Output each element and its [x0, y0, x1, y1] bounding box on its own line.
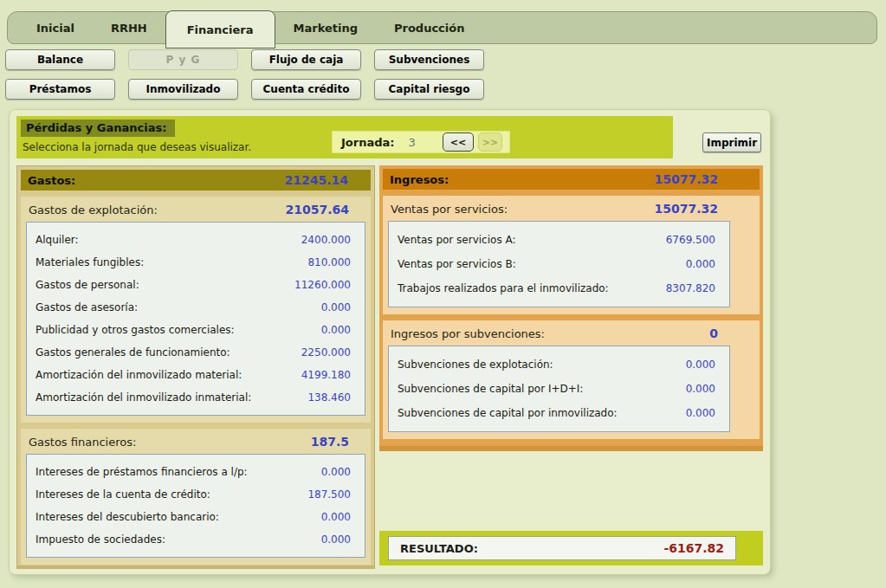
ventas-section: Ventas por servicios: 15077.32 Ventas po… — [383, 196, 760, 314]
statement-row: Amortización del inmovilizado material:4… — [27, 364, 365, 386]
tab-produccion[interactable]: Producción — [376, 12, 483, 43]
row-label: Subvenciones de capital por inmovilizado… — [398, 407, 618, 419]
row-value: 0.000 — [321, 324, 351, 336]
row-label: Intereses de la cuenta de crédito: — [36, 488, 210, 501]
row-label: Materiales fungibles: — [36, 256, 144, 268]
row-label: Gastos de personal: — [36, 279, 139, 291]
statement-row: Gastos de personal:11260.000 — [27, 274, 365, 296]
row-value: 4199.180 — [301, 369, 351, 381]
section-title-row: Ingresos por subvenciones: 0 — [388, 321, 754, 346]
tab-marketing[interactable]: Marketing — [275, 12, 376, 43]
subvenciones-listbox: Subvenciones de explotación:0.000 Subven… — [388, 346, 730, 432]
row-value: 0.000 — [321, 301, 351, 313]
gastos-explotacion-section: Gastos de explotación: 21057.64 Alquiler… — [21, 197, 371, 423]
row-value: 0.000 — [686, 359, 715, 371]
capital-riesgo-button[interactable]: Capital riesgo — [374, 79, 484, 100]
gastos-total: 21245.14 — [284, 173, 364, 187]
nav-row-2: Préstamos Inmovilizado Cuenta crédito Ca… — [5, 79, 484, 100]
statement-row: Ventas por servicios B:0.000 — [389, 252, 729, 276]
jornada-next-button: >> — [478, 132, 502, 152]
jornada-value: 3 — [408, 136, 415, 149]
statement-row: Intereses de préstamos financieros a l/p… — [27, 461, 365, 483]
ingresos-title: Ingresos: — [390, 173, 449, 186]
row-label: Ventas por servicios B: — [398, 258, 516, 270]
resultado-band: RESULTADO: -6167.82 — [379, 531, 763, 565]
ventas-listbox: Ventas por servicios A:6769.500 Ventas p… — [388, 221, 730, 307]
explotacion-title: Gastos de explotación: — [29, 204, 158, 216]
row-label: Amortización del inmovilizado inmaterial… — [36, 391, 251, 404]
row-value: 8307.820 — [666, 282, 715, 294]
ingresos-column: Ingresos: 15077.32 Ventas por servicios:… — [379, 165, 763, 451]
tab-rrhh[interactable]: RRHH — [93, 12, 165, 43]
row-label: Intereses de préstamos financieros a l/p… — [36, 466, 248, 478]
gastos-header: Gastos: 21245.14 — [21, 170, 371, 191]
statement-row: Ventas por servicios A:6769.500 — [389, 228, 729, 252]
statement-row: Alquiler:2400.000 — [27, 229, 365, 251]
row-value: 0.000 — [686, 383, 715, 395]
statement-row: Materiales fungibles:810.000 — [27, 251, 365, 274]
subvenciones-button[interactable]: Subvenciones — [374, 49, 484, 70]
row-label: Gastos generales de funcionamiento: — [36, 346, 230, 359]
row-label: Subvenciones de explotación: — [398, 359, 553, 371]
gastos-financieros-section: Gastos financieros: 187.5 Intereses de p… — [21, 429, 371, 565]
pyg-header-band: Pérdidas y Ganancias: Selecciona la jorn… — [16, 116, 673, 158]
row-value: 2250.000 — [301, 346, 351, 359]
ventas-total: 15077.32 — [654, 202, 751, 216]
ventas-title: Ventas por servicios: — [391, 203, 508, 216]
resultado-box: RESULTADO: -6167.82 — [388, 536, 736, 560]
row-value: 11260.000 — [294, 279, 351, 291]
section-title-row: Gastos financieros: 187.5 — [26, 430, 365, 454]
pyg-panel: Pérdidas y Ganancias: Selecciona la jorn… — [9, 109, 771, 575]
row-value: 0.000 — [686, 407, 715, 419]
page-subtitle: Selecciona la jornada que deseas visuali… — [23, 141, 251, 153]
row-value: 0.000 — [321, 533, 351, 546]
inmovilizado-button[interactable]: Inmovilizado — [128, 79, 238, 100]
tab-financiera[interactable]: Financiera — [165, 10, 275, 48]
page-title: Pérdidas y Ganancias: — [21, 120, 175, 137]
explotacion-listbox: Alquiler:2400.000 Materiales fungibles:8… — [26, 222, 365, 416]
statement-row: Impuesto de sociedades:0.000 — [27, 528, 365, 551]
prestamos-button[interactable]: Préstamos — [5, 79, 115, 100]
row-value: 138.460 — [307, 391, 351, 404]
jornada-selector: Jornada: 3 << >> — [332, 131, 510, 153]
tab-bar: Inicial RRHH Financiera Marketing Produc… — [7, 11, 877, 44]
subvenciones-total: 0 — [709, 326, 751, 340]
ingresos-total: 15077.32 — [654, 172, 753, 186]
cuenta-credito-button[interactable]: Cuenta crédito — [251, 79, 361, 100]
nav-row-1: Balance P y G Flujo de caja Subvenciones — [5, 49, 484, 70]
row-label: Subvenciones de capital por I+D+I: — [398, 383, 583, 395]
row-value: 6769.500 — [666, 234, 715, 246]
ingresos-header: Ingresos: 15077.32 — [383, 169, 760, 190]
statement-row: Intereses del descubierto bancario:0.000 — [27, 506, 365, 528]
imprimir-button[interactable]: Imprimir — [702, 132, 761, 152]
financieros-total: 187.5 — [311, 435, 362, 449]
statement-row: Gastos de asesoría:0.000 — [27, 296, 365, 319]
jornada-prev-button[interactable]: << — [443, 132, 474, 152]
row-label: Alquiler: — [36, 234, 79, 246]
row-label: Intereses del descubierto bancario: — [36, 511, 219, 523]
pyg-button: P y G — [128, 49, 238, 70]
gastos-column: Gastos: 21245.14 Gastos de explotación: … — [16, 165, 375, 569]
balance-button[interactable]: Balance — [5, 49, 115, 70]
gastos-title: Gastos: — [28, 174, 75, 187]
row-label: Publicidad y otros gastos comerciales: — [36, 324, 235, 336]
statement-row: Subvenciones de capital por inmovilizado… — [389, 401, 729, 425]
row-label: Amortización del inmovilizado material: — [36, 369, 242, 381]
section-title-row: Gastos de explotación: 21057.64 — [26, 197, 365, 222]
tab-inicial[interactable]: Inicial — [18, 12, 93, 43]
row-value: 810.000 — [307, 256, 351, 268]
jornada-label: Jornada: — [341, 136, 394, 149]
subvenciones-title: Ingresos por subvenciones: — [391, 327, 545, 340]
statement-row: Gastos generales de funcionamiento:2250.… — [27, 341, 365, 364]
row-label: Impuesto de sociedades: — [36, 533, 165, 546]
flujo-de-caja-button[interactable]: Flujo de caja — [251, 49, 361, 70]
subvenciones-section: Ingresos por subvenciones: 0 Subvencione… — [383, 320, 760, 439]
financieros-listbox: Intereses de préstamos financieros a l/p… — [26, 454, 365, 558]
resultado-value: -6167.82 — [663, 541, 724, 555]
statement-row: Amortización del inmovilizado inmaterial… — [27, 386, 365, 409]
statement-row: Trabajos realizados para el inmovilizado… — [389, 276, 729, 300]
explotacion-total: 21057.64 — [285, 203, 362, 216]
section-title-row: Ventas por servicios: 15077.32 — [388, 197, 754, 221]
row-label: Trabajos realizados para el inmovilizado… — [398, 282, 609, 294]
statement-row: Intereses de la cuenta de crédito:187.50… — [27, 483, 365, 506]
